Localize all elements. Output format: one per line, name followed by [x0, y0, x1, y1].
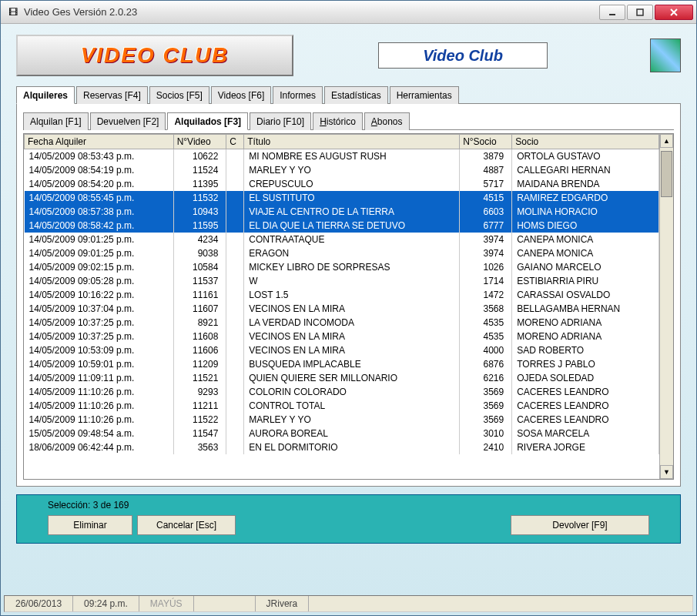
table-row[interactable]: 14/05/2009 11:10:26 p.m.11211CONTROL TOT…: [25, 399, 659, 413]
eliminar-button[interactable]: Eliminar: [48, 515, 132, 535]
devolver-button[interactable]: Devolver [F9]: [511, 515, 649, 535]
table-row[interactable]: 14/05/2009 08:57:38 p.m.10943VIAJE AL CE…: [25, 205, 659, 219]
scroll-track[interactable]: [660, 148, 673, 465]
minimize-button[interactable]: [599, 5, 625, 20]
cell-socio: OJEDA SOLEDAD: [512, 371, 659, 385]
cell-nsocio: 3569: [460, 413, 512, 427]
cell-titulo: MARLEY Y YO: [244, 163, 460, 177]
main-tab-0[interactable]: Alquileres: [16, 86, 75, 104]
table-row[interactable]: 14/05/2009 09:02:15 p.m.10584MICKEY LIBR…: [25, 260, 659, 274]
table-row[interactable]: 14/05/2009 10:59:01 p.m.11209BUSQUEDA IM…: [25, 357, 659, 371]
cell-c: [226, 191, 244, 205]
cancelar-button[interactable]: Cancelar [Esc]: [137, 515, 236, 535]
table-row[interactable]: 14/05/2009 08:54:20 p.m.11395CREPUSCULO5…: [25, 177, 659, 191]
table-scroll[interactable]: Fecha AlquilerN°VideoCTítuloN°SocioSocio…: [24, 134, 659, 479]
table-row[interactable]: 14/05/2009 10:37:25 p.m.8921LA VERDAD IN…: [25, 316, 659, 330]
sub-tab-4[interactable]: Histórico: [313, 112, 363, 130]
cell-nsocio: 3879: [460, 149, 512, 163]
sub-tab-2[interactable]: Alquilados [F3]: [167, 112, 248, 130]
cell-titulo: W: [244, 274, 460, 288]
cell-fecha: 14/05/2009 11:10:26 p.m.: [25, 413, 174, 427]
cell-c: [226, 427, 244, 440]
window-title: Video Ges Versión 2.0.23: [24, 6, 599, 18]
table-row[interactable]: 14/05/2009 10:37:04 p.m.11607VECINOS EN …: [25, 302, 659, 316]
table-row[interactable]: 14/05/2009 08:58:42 p.m.11595EL DIA QUE …: [25, 219, 659, 233]
cell-nvideo: 11211: [173, 399, 226, 413]
sub-tab-3[interactable]: Diario [F10]: [250, 112, 311, 130]
cell-fecha: 14/05/2009 08:54:19 p.m.: [25, 163, 174, 177]
table-row[interactable]: 14/05/2009 11:10:26 p.m.9293COLORIN COLO…: [25, 385, 659, 399]
vertical-scrollbar[interactable]: ▲ ▼: [659, 134, 673, 479]
table-header-row: Fecha AlquilerN°VideoCTítuloN°SocioSocio: [25, 135, 659, 149]
table-row[interactable]: 14/05/2009 10:16:22 p.m.11161LOST 1.5147…: [25, 288, 659, 302]
cell-socio: CACERES LEANDRO: [512, 413, 659, 427]
main-tab-2[interactable]: Socios [F5]: [149, 86, 209, 104]
table-row[interactable]: 14/05/2009 10:37:25 p.m.11608VECINOS EN …: [25, 330, 659, 343]
col-header-1[interactable]: N°Video: [173, 135, 226, 149]
cell-nvideo: 11532: [173, 191, 226, 205]
table-row[interactable]: 14/05/2009 10:53:09 p.m.11606VECINOS EN …: [25, 343, 659, 357]
table-row[interactable]: 14/05/2009 08:55:45 p.m.11532EL SUSTITUT…: [25, 191, 659, 205]
footer-buttons: Eliminar Cancelar [Esc] Devolver [F9]: [48, 515, 649, 535]
table-row[interactable]: 18/06/2009 06:42:44 p.m.3563EN EL DORMIT…: [25, 440, 659, 454]
app-window: 🎞 Video Ges Versión 2.0.23 VIDEO CLUB Vi…: [0, 0, 697, 616]
col-header-2[interactable]: C: [226, 135, 244, 149]
statusbar: 26/06/2013 09:24 p.m. MAYÚS JRivera: [4, 595, 693, 612]
sub-tab-5[interactable]: Abonos: [364, 112, 410, 130]
sub-tabstrip: Alquilan [F1]Devuelven [F2]Alquilados [F…: [23, 112, 674, 130]
sub-tab-1[interactable]: Devuelven [F2]: [90, 112, 166, 130]
table-row[interactable]: 14/05/2009 09:01:25 p.m.9038ERAGON3974CA…: [25, 246, 659, 260]
cell-c: [226, 357, 244, 371]
cell-nsocio: 3568: [460, 302, 512, 316]
cell-fecha: 14/05/2009 08:57:38 p.m.: [25, 205, 174, 219]
cell-fecha: 14/05/2009 09:01:25 p.m.: [25, 233, 174, 246]
main-tab-1[interactable]: Reservas [F4]: [76, 86, 148, 104]
col-header-5[interactable]: Socio: [512, 135, 659, 149]
cell-socio: MAIDANA BRENDA: [512, 177, 659, 191]
table-row[interactable]: 14/05/2009 09:05:28 p.m.11537W1714ESTIBI…: [25, 274, 659, 288]
table-row[interactable]: 14/05/2009 08:53:43 p.m.10622MI NOMBRE E…: [25, 149, 659, 163]
col-header-0[interactable]: Fecha Alquiler: [25, 135, 174, 149]
main-tab-6[interactable]: Herramientas: [390, 86, 459, 104]
table-row[interactable]: 15/05/2009 09:48:54 a.m.11547AURORA BORE…: [25, 427, 659, 440]
cell-nvideo: 11521: [173, 371, 226, 385]
cell-nsocio: 4535: [460, 330, 512, 343]
cell-nvideo: 10584: [173, 260, 226, 274]
cell-fecha: 14/05/2009 09:02:15 p.m.: [25, 260, 174, 274]
cell-nsocio: 6876: [460, 357, 512, 371]
table-row[interactable]: 14/05/2009 11:10:26 p.m.11522MARLEY Y YO…: [25, 413, 659, 427]
rentals-table[interactable]: Fecha AlquilerN°VideoCTítuloN°SocioSocio…: [24, 134, 659, 454]
scroll-down-arrow-icon[interactable]: ▼: [660, 465, 673, 479]
status-caps: MAYÚS: [139, 596, 194, 611]
cell-nsocio: 4000: [460, 343, 512, 357]
table-body: 14/05/2009 08:53:43 p.m.10622MI NOMBRE E…: [25, 149, 659, 454]
main-tab-4[interactable]: Informes: [273, 86, 323, 104]
status-time: 09:24 p.m.: [73, 596, 139, 611]
rentals-table-wrap: Fecha AlquilerN°VideoCTítuloN°SocioSocio…: [23, 133, 674, 480]
cell-socio: RAMIREZ EDGARDO: [512, 191, 659, 205]
table-row[interactable]: 14/05/2009 08:54:19 p.m.11524MARLEY Y YO…: [25, 163, 659, 177]
table-row[interactable]: 14/05/2009 11:09:11 p.m.11521QUIEN QUIER…: [25, 371, 659, 385]
scroll-thumb[interactable]: [661, 151, 672, 197]
cell-nsocio: 2410: [460, 440, 512, 454]
scroll-up-arrow-icon[interactable]: ▲: [660, 134, 673, 148]
cell-c: [226, 399, 244, 413]
main-tab-3[interactable]: Videos [F6]: [211, 86, 271, 104]
cell-nsocio: 6777: [460, 219, 512, 233]
sub-tab-0[interactable]: Alquilan [F1]: [23, 112, 89, 130]
cell-fecha: 14/05/2009 09:01:25 p.m.: [25, 246, 174, 260]
col-header-4[interactable]: N°Socio: [460, 135, 512, 149]
cell-socio: CALLEGARI HERNAN: [512, 163, 659, 177]
table-row[interactable]: 14/05/2009 09:01:25 p.m.4234CONTRAATAQUE…: [25, 233, 659, 246]
cell-nsocio: 3569: [460, 385, 512, 399]
cell-nvideo: 11522: [173, 413, 226, 427]
close-button[interactable]: [655, 5, 693, 20]
selection-count-label: Selección: 3 de 169: [48, 500, 649, 511]
cell-fecha: 14/05/2009 11:10:26 p.m.: [25, 385, 174, 399]
cell-socio: CACERES LEANDRO: [512, 399, 659, 413]
col-header-3[interactable]: Título: [244, 135, 460, 149]
cell-nsocio: 5717: [460, 177, 512, 191]
main-tab-5[interactable]: Estadísticas: [324, 86, 388, 104]
cell-fecha: 14/05/2009 10:37:04 p.m.: [25, 302, 174, 316]
maximize-button[interactable]: [627, 5, 653, 20]
